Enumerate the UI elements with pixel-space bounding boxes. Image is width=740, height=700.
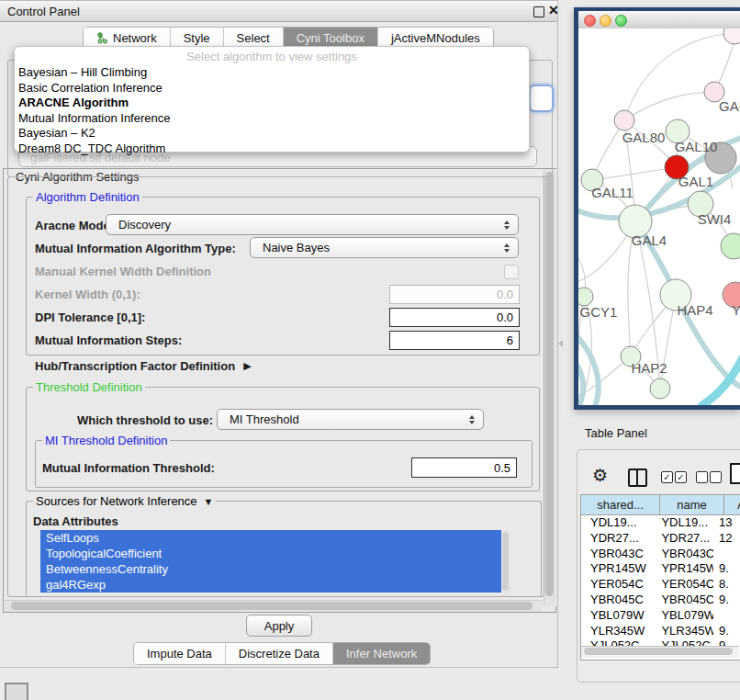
table-row[interactable]: YDR27... YDR27... 12: [581, 531, 739, 547]
column-header-name[interactable]: name: [660, 495, 724, 515]
which-threshold-value: MI Threshold: [230, 412, 299, 426]
node-label: Y: [732, 302, 740, 318]
sources-expander[interactable]: Sources for Network Inference ▼: [33, 494, 216, 508]
hub-definition-expander[interactable]: Hub/Transcription Factor Definition ▶: [35, 359, 252, 373]
node-label: GAL: [719, 98, 740, 114]
algorithm-combobox-focused[interactable]: [529, 85, 554, 112]
close-traffic-light-icon[interactable]: [584, 15, 596, 27]
tab-discretize-data[interactable]: Discretize Data: [226, 643, 333, 664]
node-label: GAL80: [622, 130, 666, 145]
list-scrollbar-thumb[interactable]: [502, 532, 509, 591]
mi-type-combobox[interactable]: Naive Bayes: [250, 237, 519, 258]
attribute-item-selected[interactable]: TopologicalCoefficient: [40, 546, 501, 561]
table-row[interactable]: YPR145W YPR145W 9.: [581, 561, 739, 577]
dropdown-item[interactable]: Bayesian – Hill Climbing: [15, 65, 529, 81]
float-panel-icon[interactable]: [533, 6, 544, 17]
table-row[interactable]: YDL19... YDL19... 13: [581, 515, 739, 531]
tab-infer-network[interactable]: Infer Network: [333, 643, 430, 664]
table-row[interactable]: YER054C YER054C 8.: [581, 577, 739, 593]
node-label: SWI4: [698, 211, 732, 227]
vertical-scrollbar-thumb[interactable]: [545, 172, 554, 596]
network-edge-highlight: [700, 355, 740, 405]
attribute-item-selected[interactable]: gal4RGexp: [40, 577, 501, 593]
tab-label: Infer Network: [346, 647, 417, 660]
network-node[interactable]: [650, 378, 670, 399]
mi-type-label: Mutual Information Algorithm Type:: [35, 242, 236, 255]
close-icon[interactable]: ✕: [548, 3, 559, 17]
cell-shared-name: YER054C: [581, 577, 654, 593]
minimize-traffic-light-icon[interactable]: [600, 15, 611, 27]
network-node[interactable]: [723, 28, 740, 44]
columns-icon[interactable]: [628, 469, 647, 487]
node-label: HAP2: [631, 360, 667, 376]
cell-name: YDL19...: [654, 515, 713, 531]
minimized-panel-icon[interactable]: [5, 683, 28, 700]
column-header-shared-name[interactable]: shared...: [581, 495, 660, 515]
cell-value: 8.: [713, 577, 739, 593]
kernel-width-label: Kernel Width (0,1):: [35, 288, 140, 301]
column-header-partial[interactable]: A: [724, 495, 740, 515]
attribute-item-selected[interactable]: SelfLoops: [40, 530, 501, 546]
dropdown-item[interactable]: Dream8 DC_TDC Algorithm: [15, 141, 529, 157]
mi-steps-field[interactable]: 6: [389, 331, 520, 350]
node-label: GAL11: [591, 185, 633, 200]
dropdown-item-selected[interactable]: ARACNE Algorithm: [15, 96, 529, 111]
dropdown-item[interactable]: Bayesian – K2: [15, 126, 529, 141]
splitter-handle[interactable]: [558, 340, 563, 347]
table-row[interactable]: YLR345W YLR345W 9.: [581, 624, 739, 639]
aracne-mode-label: Aracne Mode:: [35, 219, 114, 232]
cell-name: YER054C: [654, 577, 713, 593]
manual-kernel-checkbox[interactable]: [504, 265, 519, 279]
network-node[interactable]: [721, 233, 740, 259]
table-rows[interactable]: YDL19... YDL19... 13 YDR27... YDR27... 1…: [581, 515, 739, 646]
control-panel-window: Control Panel ✕ Network Style Select Cyn…: [0, 0, 558, 668]
cell-name: YLR345W: [654, 624, 713, 639]
apply-button[interactable]: Apply: [246, 615, 312, 637]
which-threshold-combobox[interactable]: MI Threshold: [217, 409, 484, 430]
tab-impute-data[interactable]: Impute Data: [134, 643, 226, 664]
table-scrollbar-thumb[interactable]: [584, 648, 733, 655]
mi-threshold-label: Mutual Information Threshold:: [42, 461, 215, 475]
dropdown-item[interactable]: Mutual Information Inference: [15, 111, 529, 127]
tab-label: Style: [184, 31, 210, 45]
checkbox-checked-icon[interactable]: ✓: [675, 471, 687, 483]
cell-value: 9.: [713, 593, 739, 608]
network-node-gal80[interactable]: [614, 110, 634, 130]
table-row[interactable]: YBR045C YBR045C 9.: [581, 593, 739, 608]
aracne-mode-value: Discovery: [118, 218, 171, 231]
checkbox-checked-icon[interactable]: ✓: [661, 471, 673, 483]
zoom-traffic-light-icon[interactable]: [615, 15, 627, 27]
horizontal-scrollbar-thumb[interactable]: [11, 602, 533, 610]
dropdown-item[interactable]: Basic Correlation Inference: [15, 81, 529, 96]
network-canvas[interactable]: GAL GAL80 GAL10 GAL1 GAL11 SWI4 GAL4 GCY…: [578, 28, 740, 405]
data-attributes-list[interactable]: SelfLoops TopologicalCoefficient Between…: [40, 530, 501, 596]
node-label: GAL4: [632, 232, 667, 248]
combo-stepper-icon: [469, 415, 475, 424]
table-row[interactable]: YJL052C YJL052C 9.: [581, 638, 739, 646]
table-row[interactable]: YBL079W YBL079W: [581, 608, 739, 624]
mi-threshold-field[interactable]: 0.5: [411, 457, 517, 478]
node-label: HAP4: [677, 302, 712, 318]
checkbox-unchecked-icon[interactable]: [710, 471, 722, 483]
combo-stepper-icon: [504, 220, 510, 230]
attribute-item-selected[interactable]: BetweennessCentrality: [40, 561, 501, 577]
node-label: GAL1: [678, 174, 713, 189]
aracne-mode-combobox[interactable]: Discovery: [106, 214, 519, 235]
checkbox-unchecked-icon[interactable]: [696, 471, 708, 483]
kernel-width-field[interactable]: 0.0: [389, 285, 520, 304]
gear-icon[interactable]: ⚙: [592, 465, 608, 486]
network-node-gcy1[interactable]: [578, 288, 593, 306]
tab-label: Cyni Toolbox: [297, 31, 364, 45]
cell-shared-name: YBL079W: [581, 608, 654, 624]
table-row[interactable]: YBR043C YBR043C: [581, 547, 739, 562]
table-panel-title: Table Panel: [585, 426, 647, 440]
list-scrollbar[interactable]: [501, 530, 510, 596]
control-panel-titlebar[interactable]: Control Panel ✕: [0, 1, 557, 22]
threshold-definition-title: Threshold Definition: [33, 380, 145, 394]
cell-value: 9.: [713, 638, 739, 646]
cell-shared-name: YJL052C: [581, 638, 654, 646]
tab-label: Discretize Data: [239, 647, 320, 660]
new-table-icon[interactable]: [730, 463, 740, 484]
dpi-tolerance-field[interactable]: 0.0: [389, 308, 520, 327]
cell-name: YPR145W: [654, 561, 713, 577]
